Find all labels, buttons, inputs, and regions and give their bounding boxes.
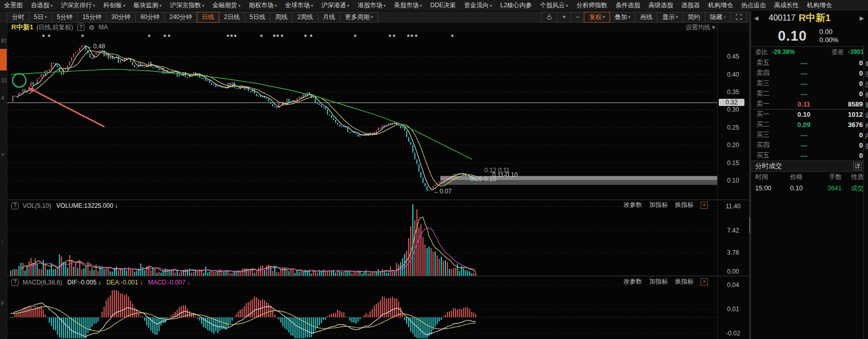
expand-icon-button[interactable]	[731, 12, 747, 23]
detail-button[interactable]: 详	[853, 162, 862, 170]
period-button-240分钟[interactable]: 240分钟	[164, 12, 197, 23]
lock-icon-button[interactable]	[541, 12, 558, 23]
left-strip-active-tab[interactable]	[0, 49, 7, 70]
menu-item-1[interactable]: 自选股▾	[27, 1, 57, 10]
menu-item-6[interactable]: 金融期货▾	[209, 1, 245, 10]
menu-item-22[interactable]: 高成长性	[770, 1, 803, 10]
tool-button-叠加[interactable]: 叠加▾	[610, 12, 636, 23]
menu-item-20[interactable]: 机构增仓	[704, 1, 737, 10]
period-button-2周线[interactable]: 2周线	[292, 12, 318, 23]
menu-item-18[interactable]: 高级选股	[645, 1, 678, 10]
ma-settings-button[interactable]: 设置均线 ▾	[686, 23, 715, 32]
order-book-row-买一[interactable]: 买一0.101012	[751, 109, 868, 119]
tool-button-简约[interactable]: 简约	[683, 12, 705, 23]
prev-stock-arrow[interactable]: ◀	[751, 15, 761, 22]
menu-item-21[interactable]: 热点追击	[737, 1, 770, 10]
clipped-column-char: 量	[865, 101, 868, 110]
close-icon[interactable]: ×	[701, 278, 708, 286]
order-book-row-卖二[interactable]: 卖二—0	[751, 88, 868, 99]
close-icon[interactable]: ×	[701, 202, 708, 209]
clipped-column-char: 总	[865, 80, 868, 89]
chevron-down-icon: ▾	[93, 3, 96, 8]
order-book-row-买三[interactable]: 买三—0	[751, 130, 868, 140]
order-book-row-买四[interactable]: 买四—0	[751, 140, 868, 150]
menu-item-10[interactable]: 港股市场▾	[354, 1, 390, 10]
price-axis-label: 0.35	[719, 88, 748, 96]
tool-button-复权[interactable]: 复权▾	[584, 12, 610, 23]
order-book-price: —	[779, 152, 829, 159]
tool-button-label: −	[576, 13, 579, 21]
period-button-日线[interactable]: 日线	[197, 12, 219, 23]
order-book-row-卖三[interactable]: 卖三—0	[751, 78, 868, 88]
axis-divider	[717, 23, 718, 339]
main-price-chart[interactable]: **********************←0.48←0.070.12 0.1…	[7, 32, 717, 200]
period-button-分时[interactable]: 分时	[7, 12, 29, 23]
menu-item-label: 全景图	[4, 2, 23, 9]
clipped-column-char: 换	[865, 91, 868, 99]
tick-col-header-手数: 手数	[811, 173, 842, 182]
svg-text:←0.07: ←0.07	[433, 188, 452, 195]
svg-text:0.09-0.10: 0.09-0.10	[470, 175, 496, 183]
period-button-周线[interactable]: 周线	[270, 12, 292, 23]
tool-button-+[interactable]: +	[557, 12, 571, 23]
svg-text:*: *	[393, 33, 396, 41]
ma-indicator-label[interactable]: MA	[99, 24, 108, 31]
order-book-row-买二[interactable]: 买二0.093676	[751, 119, 868, 130]
tool-button-画线[interactable]: 画线	[635, 12, 657, 23]
period-button-5日线[interactable]: 5日线	[245, 12, 271, 23]
period-button-60分钟[interactable]: 60分钟	[135, 12, 165, 23]
menu-item-8[interactable]: 全球市场▾	[281, 1, 318, 10]
order-book-level-label: 卖五	[756, 58, 779, 67]
period-button-5日[interactable]: 5日▾	[29, 12, 52, 23]
order-book-row-卖四[interactable]: 卖四—0	[751, 68, 868, 78]
panel-action-换指标[interactable]: 换指标	[675, 201, 693, 209]
period-button-30分钟[interactable]: 30分钟	[106, 12, 135, 23]
weibi-label: 委比	[755, 48, 768, 57]
period-button-更多周期[interactable]: 更多周期▾	[340, 12, 378, 23]
volume-chart[interactable]	[7, 200, 717, 276]
menu-item-0[interactable]: 全景图	[0, 1, 27, 10]
order-book-qty: 1012	[829, 111, 863, 118]
next-stock-arrow[interactable]: ▶	[857, 15, 867, 22]
panel-action-改参数[interactable]: 改参数	[623, 277, 642, 286]
chart-stock-name: R中新1	[11, 23, 33, 32]
order-book-row-卖五[interactable]: 卖五—0	[751, 58, 868, 68]
macd-axis-label: 0.04	[719, 281, 748, 289]
menu-item-3[interactable]: 科创板▾	[99, 1, 130, 10]
menu-item-2[interactable]: 沪深京排行▾	[57, 1, 100, 10]
tool-button-−[interactable]: −	[570, 12, 584, 23]
period-button-5分钟[interactable]: 5分钟	[51, 12, 78, 23]
left-tab-strip[interactable]: 时104≡↑F	[0, 23, 7, 339]
panel-action-加指标[interactable]: 加指标	[649, 277, 668, 286]
menu-item-16[interactable]: 分析师指数	[572, 1, 612, 10]
help-icon[interactable]: ?	[77, 24, 84, 31]
panel-action-加指标[interactable]: 加指标	[649, 201, 668, 209]
menu-item-19[interactable]: 选股器	[678, 1, 704, 10]
menu-item-14[interactable]: L2核心内参	[496, 1, 536, 10]
tool-button-显示[interactable]: 显示▾	[657, 12, 683, 23]
menu-item-11[interactable]: 美股市场▾	[390, 1, 426, 10]
order-book-row-卖一[interactable]: 卖一0.118589	[751, 99, 868, 109]
menu-item-12[interactable]: DDE决策	[426, 1, 460, 10]
panel-action-换指标[interactable]: 换指标	[675, 277, 693, 286]
gear-icon[interactable]: ⚙	[89, 24, 95, 31]
svg-text:*: *	[304, 33, 307, 41]
menu-item-15[interactable]: 个股风云▾	[536, 1, 572, 10]
period-button-2日线[interactable]: 2日线	[219, 12, 245, 23]
menu-item-23[interactable]: 机构增仓	[803, 1, 836, 10]
clipped-next-column: 最涨总换量金外内委	[863, 45, 868, 339]
menu-item-7[interactable]: 期权市场▾	[245, 1, 281, 10]
period-button-15分钟[interactable]: 15分钟	[77, 12, 107, 23]
order-book-row-买五[interactable]: 买五—0	[751, 150, 868, 160]
menu-item-17[interactable]: 条件选股	[612, 1, 645, 10]
tool-button-隐藏[interactable]: 隐藏»	[705, 12, 731, 23]
order-book-level-label: 买三	[756, 130, 779, 139]
period-button-月线[interactable]: 月线	[318, 12, 340, 23]
chevron-down-icon: ▾	[675, 14, 678, 20]
menu-item-5[interactable]: 沪深京指数▾	[166, 1, 209, 10]
menu-item-4[interactable]: 板块监测▾	[130, 1, 166, 10]
panel-action-改参数[interactable]: 改参数	[623, 201, 642, 209]
menu-item-13[interactable]: 资金流向▾	[460, 1, 496, 10]
tick-table-header: 时间价格手数性质	[751, 172, 868, 182]
menu-item-9[interactable]: 沪深港通▾	[317, 1, 354, 10]
